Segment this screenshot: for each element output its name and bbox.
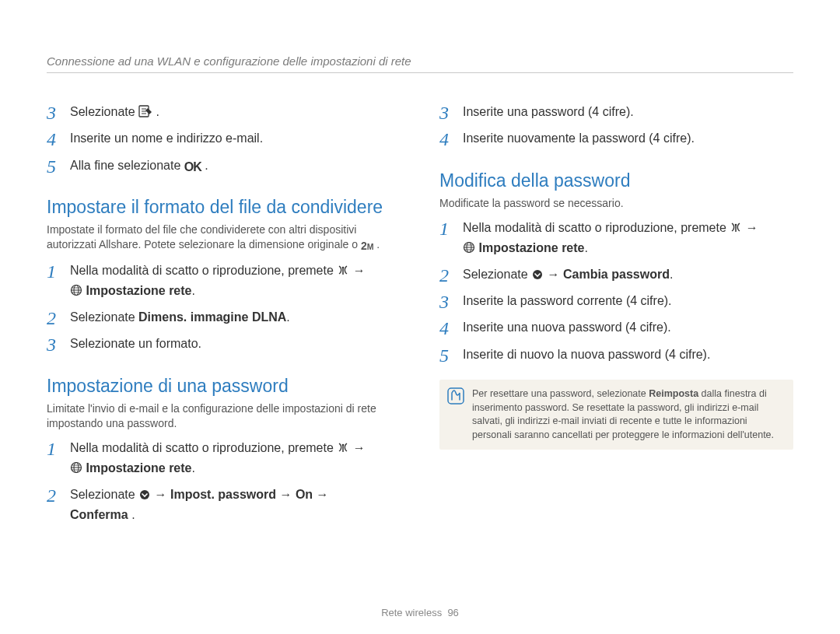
step-number: 2	[439, 265, 463, 285]
step-text: .	[156, 105, 159, 118]
note-box: Per resettare una password, selezionate …	[439, 380, 793, 450]
svg-point-26	[533, 270, 542, 279]
step-item: 3 Inserite una password (4 cifre).	[439, 103, 793, 123]
step-item: 3 Inserite la password corrente (4 cifre…	[439, 292, 793, 312]
step-text: →	[353, 441, 366, 454]
note-bold: Reimposta	[649, 388, 698, 399]
antenna-icon	[730, 220, 742, 239]
section-desc: Limitate l'invio di e-mail e la configur…	[47, 401, 401, 431]
section-desc: Modificate la password se necessario.	[439, 196, 793, 211]
step-number: 3	[439, 292, 463, 312]
step-item: 4 Inserite una nuova password (4 cifre).	[439, 318, 793, 338]
step-bold: Dimens. immagine DLNA	[138, 310, 286, 324]
step-number: 4	[47, 129, 70, 149]
svg-rect-27	[448, 388, 464, 404]
step-body: Inserite la password corrente (4 cifre).	[463, 292, 793, 310]
step-text: .	[670, 268, 673, 281]
step-item: 1 Nella modalità di scatto o riproduzion…	[439, 219, 793, 259]
desc-text: Impostate il formato del file che condiv…	[47, 223, 361, 250]
antenna-icon	[337, 440, 349, 459]
step-text: →	[155, 488, 170, 501]
step-body: Selezionate → Cambia password.	[463, 265, 793, 285]
step-item: 1 Nella modalità di scatto o riproduzion…	[47, 439, 401, 479]
step-body: Inserite una nuova password (4 cifre).	[463, 318, 793, 337]
right-column: 3 Inserite una password (4 cifre). 4 Ins…	[439, 96, 793, 531]
step-number: 4	[439, 129, 463, 149]
step-body: Inserite di nuovo la nuova password (4 c…	[463, 345, 793, 364]
step-text: →	[276, 488, 296, 501]
step-number: 2	[47, 308, 70, 328]
desc-text: .	[376, 238, 380, 250]
svg-point-4	[342, 267, 345, 269]
step-body: Selezionate Dimens. immagine DLNA.	[70, 308, 401, 327]
step-body: Alla fine selezionate OK .	[70, 156, 401, 177]
svg-point-11	[342, 443, 345, 446]
step-number: 1	[47, 439, 70, 459]
note-text: Per resettare una password, selezionate …	[472, 387, 782, 442]
step-number: 5	[47, 156, 70, 177]
columns: 3 Selezionate . 4 Inserite un nome e ind…	[47, 96, 793, 531]
step-text: →	[746, 221, 758, 234]
step-text: Nella modalità di scatto o riproduzione,…	[70, 264, 337, 277]
left-column: 3 Selezionate . 4 Inserite un nome e ind…	[47, 96, 401, 531]
step-text: .	[128, 508, 135, 521]
step-item: 1 Nella modalità di scatto o riproduzion…	[47, 261, 401, 302]
step-item: 2 Selezionate Dimens. immagine DLNA.	[47, 308, 401, 328]
ok-icon: OK	[184, 158, 201, 177]
step-body: Selezionate .	[70, 103, 401, 123]
step-body: Inserite un nome e indirizzo e-mail.	[70, 129, 401, 148]
step-text: Selezionate	[70, 310, 138, 324]
step-bold: Cambia password	[563, 268, 670, 281]
step-number: 2	[47, 485, 70, 506]
step-item: 3 Selezionate .	[47, 103, 401, 123]
step-body: Inserite nuovamente la password (4 cifre…	[463, 129, 793, 148]
step-text: Selezionate un formato.	[70, 337, 201, 350]
note-text-part: Per resettare una password, selezionate	[472, 388, 649, 399]
step-bold: On	[296, 488, 313, 501]
step-body: Nella modalità di scatto o riproduzione,…	[70, 439, 401, 479]
step-bold: Impostazione rete	[478, 241, 584, 254]
step-text: Inserite una password (4 cifre).	[463, 105, 634, 118]
svg-point-19	[735, 223, 737, 226]
chevron-down-icon	[531, 267, 544, 285]
step-text: Inserite la password corrente (4 cifre).	[463, 294, 672, 307]
step-text: Nella modalità di scatto o riproduzione,…	[463, 221, 730, 234]
note-info-icon	[447, 387, 464, 442]
section-title: Impostazione di una password	[47, 376, 401, 397]
section-title: Modifica della password	[439, 170, 793, 191]
globe-icon	[463, 240, 475, 259]
step-text: Selezionate	[70, 105, 138, 118]
globe-icon	[70, 283, 82, 302]
step-number: 1	[439, 219, 463, 239]
step-body: Inserite una password (4 cifre).	[463, 103, 793, 121]
step-number: 1	[47, 261, 70, 282]
footer-label: Rete wireless	[381, 607, 442, 618]
step-text: →	[548, 268, 563, 281]
step-text: .	[286, 310, 289, 324]
step-body: Nella modalità di scatto o riproduzione,…	[463, 219, 793, 259]
step-number: 3	[47, 335, 70, 355]
step-bold: Impostazione rete	[86, 461, 191, 475]
section-desc: Impostate il formato del file che condiv…	[47, 222, 401, 254]
step-item: 5 Inserite di nuovo la nuova password (4…	[439, 345, 793, 366]
step-body: Selezionate un formato.	[70, 335, 401, 353]
step-text: Nella modalità di scatto o riproduzione,…	[70, 441, 337, 454]
step-text: .	[191, 461, 194, 475]
step-number: 4	[439, 318, 463, 338]
step-text: .	[191, 284, 194, 297]
chevron-down-icon	[138, 487, 151, 506]
step-bold: Impost. password	[170, 488, 276, 501]
antenna-icon	[337, 263, 349, 282]
step-body: Selezionate → Impost. password → On → Co…	[70, 485, 401, 524]
breadcrumb: Connessione ad una WLAN e configurazione…	[47, 54, 793, 73]
step-item: 4 Inserite nuovamente la password (4 cif…	[439, 129, 793, 149]
step-item: 2 Selezionate → Cambia password.	[439, 265, 793, 285]
step-bold: Conferma	[70, 508, 128, 521]
step-text: .	[584, 241, 587, 254]
step-text: Inserite nuovamente la password (4 cifre…	[463, 131, 695, 145]
step-item: 3 Selezionate un formato.	[47, 335, 401, 355]
step-bold: Impostazione rete	[86, 284, 191, 297]
step-number: 3	[47, 103, 70, 123]
manual-page: Connessione ad una WLAN e configurazione…	[0, 0, 840, 634]
page-footer: Rete wireless 96	[0, 607, 840, 618]
